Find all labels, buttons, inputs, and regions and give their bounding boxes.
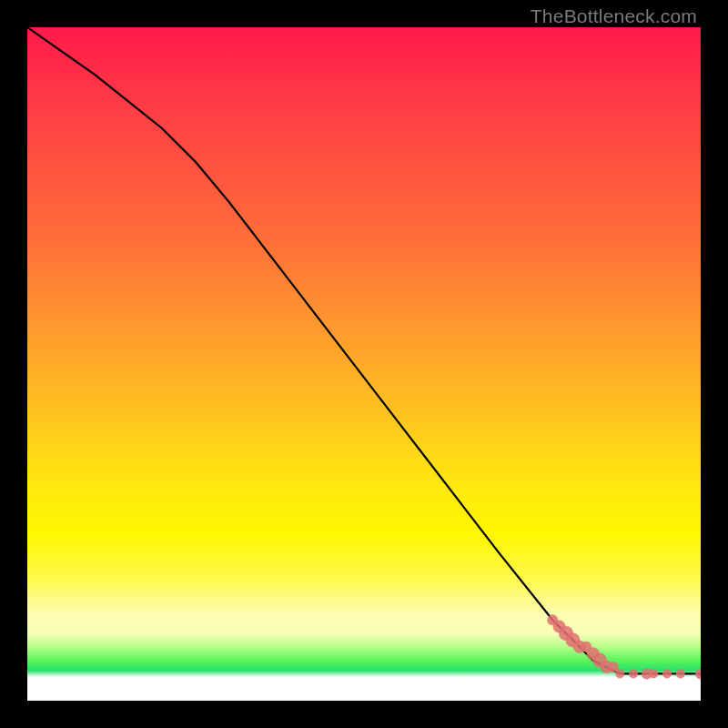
watermark-text: TheBottleneck.com [531, 5, 697, 27]
chart-frame: TheBottleneck.com [0, 0, 728, 728]
plot-area [27, 27, 701, 701]
